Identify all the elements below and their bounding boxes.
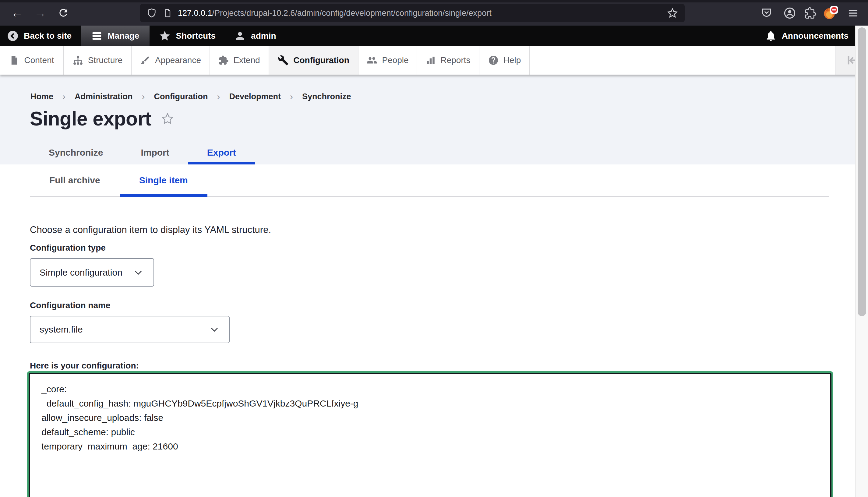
menu-bar-spacer: [530, 46, 835, 75]
tab-export[interactable]: Export: [188, 141, 255, 165]
menu-item-label: Content: [24, 55, 54, 65]
url-path: /Projects/drupal-10.2.6/admin/config/dev…: [212, 9, 492, 18]
people-icon: [366, 55, 378, 66]
breadcrumb-link-synchronize[interactable]: Synchronize: [302, 92, 351, 101]
bookmark-star-icon[interactable]: [666, 7, 679, 19]
breadcrumb-separator: ›: [217, 91, 220, 102]
config-name-select[interactable]: system.file: [30, 316, 230, 343]
page-header: Home › Administration › Configuration › …: [0, 75, 868, 165]
menu-item-help[interactable]: Help: [479, 46, 530, 75]
admin-menu-bar: Content Structure Appearance Extend Conf…: [0, 46, 868, 75]
menu-item-label: Configuration: [293, 55, 349, 65]
menu-item-label: Help: [503, 55, 521, 65]
tab-label: Export: [207, 147, 236, 158]
config-type-value: Simple configuration: [40, 267, 123, 278]
menu-item-configuration[interactable]: Configuration: [269, 46, 358, 75]
menu-item-label: Appearance: [155, 55, 201, 65]
manage-menu-icon: [91, 30, 103, 42]
user-icon: [234, 30, 246, 42]
announcements-button[interactable]: Announcements: [756, 26, 868, 46]
help-icon: [488, 55, 499, 66]
browser-reload-button[interactable]: [55, 4, 72, 21]
config-type-select[interactable]: Simple configuration: [30, 258, 154, 287]
menu-item-label: People: [382, 55, 409, 65]
config-type-label: Configuration type: [30, 243, 106, 253]
back-circle-icon: [7, 30, 19, 42]
browser-menu-icon[interactable]: [845, 5, 861, 21]
user-menu-button[interactable]: admin: [225, 26, 285, 46]
announcements-label: Announcements: [782, 31, 849, 41]
adblock-extension-icon[interactable]: [823, 5, 838, 21]
extensions-icon[interactable]: [803, 5, 818, 21]
browser-chrome: ← → 127.0.0.1/Projects/drupal-10.2.6/adm…: [0, 0, 868, 26]
breadcrumb: Home › Administration › Configuration › …: [30, 91, 351, 102]
back-to-site-link[interactable]: Back to site: [0, 26, 81, 46]
reload-icon: [58, 7, 69, 18]
extend-puzzle-icon: [218, 55, 229, 66]
subtab-full-archive[interactable]: Full archive: [30, 165, 120, 196]
menu-item-reports[interactable]: Reports: [417, 46, 479, 75]
menu-item-label: Reports: [440, 55, 470, 65]
secondary-tabs: Full archive Single item: [30, 165, 829, 197]
primary-tabs: Synchronize Import Export: [30, 141, 255, 165]
scrollbar-thumb[interactable]: [858, 27, 866, 316]
page-title: Single export: [30, 108, 151, 130]
breadcrumb-link-administration[interactable]: Administration: [75, 92, 133, 101]
browser-back-button[interactable]: ←: [9, 4, 26, 21]
configuration-output-label: Here is your configuration:: [30, 361, 139, 371]
shield-icon[interactable]: [146, 8, 157, 18]
menu-item-label: Structure: [88, 55, 123, 65]
tab-strip: [0, 0, 868, 2]
manage-button[interactable]: Manage: [81, 26, 150, 46]
address-bar[interactable]: 127.0.0.1/Projects/drupal-10.2.6/admin/c…: [140, 4, 685, 22]
chevron-down-icon: [209, 324, 220, 335]
yaml-output-textarea[interactable]: _core: default_config_hash: mguGHCYb9Dw5…: [29, 373, 831, 497]
breadcrumb-separator: ›: [62, 91, 66, 102]
reports-chart-icon: [426, 55, 436, 66]
appearance-brush-icon: [140, 55, 151, 66]
tab-synchronize[interactable]: Synchronize: [30, 141, 122, 165]
back-to-site-label: Back to site: [24, 31, 72, 41]
pocket-icon[interactable]: [759, 5, 774, 21]
menu-item-structure[interactable]: Structure: [63, 46, 131, 75]
main-content: Full archive Single item Choose a config…: [0, 165, 868, 497]
manage-label: Manage: [108, 31, 139, 41]
menu-item-people[interactable]: People: [358, 46, 417, 75]
config-name-value: system.file: [40, 324, 83, 335]
url-text: 127.0.0.1/Projects/drupal-10.2.6/admin/c…: [178, 9, 492, 18]
admin-toolbar: Back to site Manage Shortcuts admin Anno…: [0, 26, 868, 46]
menu-item-content[interactable]: Content: [0, 46, 63, 75]
subtab-label: Single item: [139, 175, 188, 185]
user-label: admin: [251, 31, 276, 41]
menu-item-extend[interactable]: Extend: [210, 46, 269, 75]
yaml-output-focus-ring: _core: default_config_hash: mguGHCYb9Dw5…: [27, 371, 833, 497]
url-domain: 127.0.0.1: [178, 9, 212, 18]
account-icon[interactable]: [782, 5, 797, 21]
menu-item-label: Extend: [233, 55, 260, 65]
breadcrumb-separator: ›: [290, 91, 293, 102]
shortcuts-label: Shortcuts: [176, 31, 216, 41]
breadcrumb-link-configuration[interactable]: Configuration: [154, 92, 208, 101]
subtab-label: Full archive: [49, 175, 100, 185]
subtab-single-item[interactable]: Single item: [120, 165, 208, 196]
chevron-down-icon: [133, 267, 144, 278]
favorite-star-icon[interactable]: [160, 112, 174, 126]
shortcuts-button[interactable]: Shortcuts: [150, 26, 225, 46]
bell-icon: [765, 30, 777, 42]
menu-item-appearance[interactable]: Appearance: [131, 46, 210, 75]
intro-text: Choose a configuration item to display i…: [30, 225, 271, 236]
page-scrollbar[interactable]: [855, 26, 868, 497]
breadcrumb-link-home[interactable]: Home: [30, 92, 53, 101]
content-file-icon: [9, 55, 19, 66]
browser-forward-button[interactable]: →: [32, 4, 49, 21]
config-name-label: Configuration name: [30, 301, 110, 310]
tab-import[interactable]: Import: [122, 141, 188, 165]
shortcuts-star-icon: [159, 30, 171, 42]
breadcrumb-link-development[interactable]: Development: [229, 92, 281, 101]
tab-label: Synchronize: [49, 147, 103, 158]
structure-icon: [72, 55, 83, 66]
breadcrumb-separator: ›: [142, 91, 145, 102]
configuration-wrench-icon: [278, 55, 289, 66]
tab-label: Import: [141, 147, 169, 158]
page-info-icon[interactable]: [162, 8, 172, 18]
